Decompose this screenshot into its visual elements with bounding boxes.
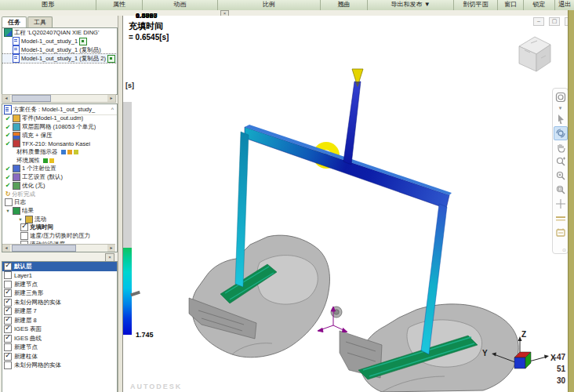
task-check-icon <box>4 132 12 139</box>
orbit-tool-icon[interactable] <box>554 126 568 140</box>
task-row[interactable]: 充填时间 <box>2 223 117 232</box>
menu-item-section-plane[interactable]: 剖切平面 <box>454 0 498 10</box>
task-row[interactable]: 工艺设置 (默认) <box>2 173 117 182</box>
study-icon <box>13 54 20 63</box>
zoom-dynamic-tool-icon[interactable] <box>554 154 568 169</box>
layer-checkbox[interactable] <box>4 335 12 343</box>
scroll-right-icon[interactable]: ► <box>107 95 115 102</box>
task-row[interactable]: 零件(Model-1_out.udm) <box>2 114 117 123</box>
scrollbar-thumb[interactable] <box>12 95 51 102</box>
mesh-icon <box>13 123 20 131</box>
task-row[interactable]: 分析完成 <box>2 190 117 198</box>
rotation-x: -47 <box>542 351 565 363</box>
layer-label: IGES 曲线 <box>14 335 42 343</box>
layer-row[interactable]: IGES 表面 <box>2 325 117 335</box>
scroll-left-icon[interactable]: ◄ <box>2 95 10 102</box>
rotation-z: 30 <box>542 375 565 387</box>
menu-item-warp[interactable]: 翘曲 <box>321 0 368 10</box>
layer-row[interactable]: 新建节点 <box>2 343 117 353</box>
study-node[interactable]: Model-1_out_study_1 <box>2 37 117 45</box>
layer-row[interactable]: 新建节点 <box>2 280 117 289</box>
center-tool-icon[interactable] <box>554 197 568 211</box>
task-label: 结果 <box>22 207 34 215</box>
layer-checkbox[interactable] <box>4 325 12 333</box>
study-tasks-scrollbar[interactable]: ◄ ► <box>2 244 115 252</box>
project-tree-scrollbar[interactable]: ◄ ► <box>2 94 116 103</box>
task-label: 速度/压力切换时的压力 <box>30 232 90 240</box>
examine-tool-icon[interactable] <box>554 90 568 104</box>
task-row[interactable]: 环境属性 <box>2 156 117 165</box>
menu-item-lock[interactable]: 锁定 <box>524 0 556 10</box>
study-node[interactable]: Model-1_out_study_1 (复制品) <box>2 45 117 54</box>
task-label: 填充 + 保压 <box>22 132 53 140</box>
project-root-label: 工程 'LQ202407QIAN XIE DING' <box>14 29 99 37</box>
study-tasks-title: 方案任务 : Model-1_out_study_ <box>13 106 95 114</box>
task-row[interactable]: 1 个注射位置 <box>2 165 117 173</box>
menu-item-scale[interactable]: 比例 <box>218 0 321 10</box>
task-row[interactable]: 双层面网格 (108053 个单元) <box>2 123 117 132</box>
zoom-in-tool-icon[interactable] <box>554 169 568 183</box>
project-root-node[interactable]: 工程 'LQ202407QIAN XIE DING' <box>2 28 117 37</box>
layer-row[interactable]: Layer1 <box>2 271 117 281</box>
zoom-window-tool-icon[interactable] <box>554 183 568 197</box>
menu-item-window[interactable]: 窗口 <box>498 0 524 10</box>
log-checkbox[interactable] <box>5 198 13 206</box>
task-check-icon <box>4 182 12 189</box>
layer-checkbox[interactable] <box>4 343 12 351</box>
layer-label: Layer1 <box>14 272 32 279</box>
study-tasks-header[interactable]: 方案任务 : Model-1_out_study_ ^ <box>2 104 117 115</box>
menu-item-properties[interactable]: 属性 <box>96 0 142 10</box>
scroll-right-icon[interactable]: ► <box>107 245 115 252</box>
measure-tool-icon[interactable] <box>554 225 568 239</box>
layer-label: 新建层 8 <box>14 317 37 325</box>
tab-tasks[interactable]: 任务 <box>2 16 27 27</box>
task-row[interactable]: 速度/压力切换时的压力 <box>2 232 117 241</box>
layer-checkbox[interactable] <box>4 289 12 297</box>
select-tool-icon[interactable] <box>554 112 568 126</box>
task-row[interactable]: 结果 <box>2 207 117 216</box>
layer-checkbox[interactable] <box>4 271 12 279</box>
layer-row[interactable]: 未划分网格的实体 <box>2 298 117 307</box>
scrollbar-thumb[interactable] <box>12 245 76 252</box>
task-check-icon <box>4 115 12 122</box>
layer-row[interactable]: IGES 曲线 <box>2 334 117 343</box>
fill-time-checkbox[interactable] <box>20 223 28 231</box>
expand-icon[interactable] <box>4 207 12 214</box>
toolbar-handle-icon[interactable]: ⊙ <box>562 248 567 252</box>
task-row[interactable]: 填充 + 保压 <box>2 131 117 140</box>
menu-item-animation[interactable]: 动画 <box>143 0 218 10</box>
layer-row[interactable]: 未划分网格的实体 <box>2 361 117 371</box>
task-row[interactable]: 日志 <box>2 198 117 207</box>
task-label: 材料质量指示器 <box>16 148 58 156</box>
tool-dropdown-icon[interactable]: ▾ <box>554 104 568 112</box>
scroll-left-icon[interactable]: ◄ <box>2 245 10 252</box>
task-row[interactable]: 流动 <box>2 215 117 223</box>
layer-row[interactable]: 新建柱体 <box>2 352 117 361</box>
model-canvas[interactable]: Z Y X <box>123 16 569 392</box>
tab-tools[interactable]: 工具 <box>27 16 53 27</box>
menu-item-graphics[interactable]: 图形 <box>0 0 96 10</box>
layer-checkbox[interactable] <box>4 307 12 315</box>
task-label: 日志 <box>14 198 26 206</box>
task-row[interactable]: 材料质量指示器 <box>2 148 117 157</box>
menu-item-export-publish[interactable]: 导出和发布 ▼ <box>368 0 454 10</box>
layer-checkbox[interactable] <box>4 263 12 270</box>
pan-tool-icon[interactable] <box>554 140 568 154</box>
layer-row[interactable]: 默认层 <box>2 262 117 271</box>
task-row[interactable]: TFX-210: Monsanto Kasei <box>2 140 117 148</box>
task-row[interactable]: 优化 (无) <box>2 182 117 191</box>
pressure-checkbox[interactable] <box>20 232 28 240</box>
collapse-chevron-icon[interactable]: ^ <box>111 107 115 112</box>
menu-item-exit[interactable]: 退出 <box>555 0 574 10</box>
results-icon <box>13 207 20 215</box>
layer-label: IGES 表面 <box>14 325 42 333</box>
layer-row[interactable]: 新建层 7 <box>2 307 117 317</box>
layer-row[interactable]: 新建层 8 <box>2 316 117 325</box>
layer-checkbox[interactable] <box>4 361 12 369</box>
layer-row[interactable]: 新建三角形 <box>2 289 117 299</box>
ruler-tool-icon[interactable] <box>554 211 568 225</box>
fill-pack-icon <box>13 132 20 140</box>
model-viewport[interactable]: 充填时间 = 0.6545[s] [s] 1.745 1.309 0.8727 … <box>122 16 569 392</box>
layer-checkbox[interactable] <box>4 353 12 361</box>
study-node-selected[interactable]: Model-1_out_study_1 (复制品 2) <box>2 54 117 63</box>
